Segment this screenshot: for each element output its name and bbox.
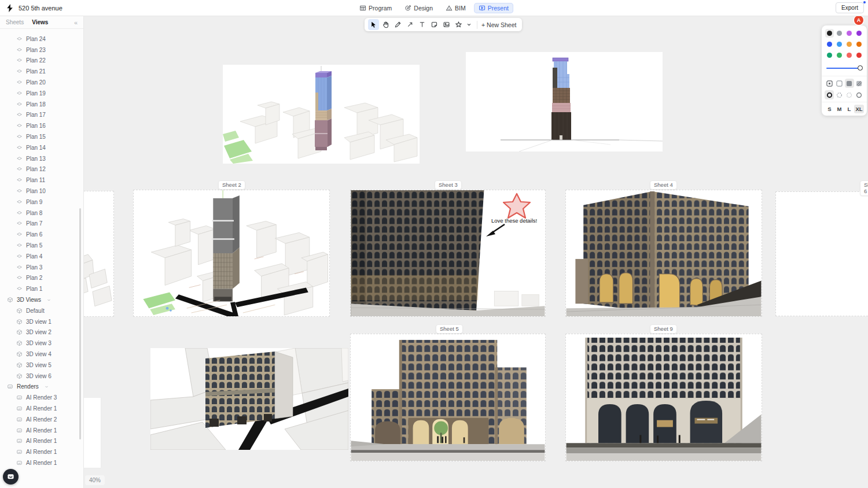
color-swatch[interactable] [845,29,854,38]
sheet-label[interactable]: Sheet 6 [860,180,868,196]
ring-bold-option[interactable] [825,90,834,99]
ring-dotted-option[interactable] [845,90,854,99]
sidebar-item-plan-3[interactable]: Plan 3 [0,262,83,273]
tab-present[interactable]: Present [474,3,513,13]
image-elevation[interactable] [466,52,663,151]
size-m[interactable]: M [834,105,844,113]
sidebar-item-plan-22[interactable]: Plan 22 [0,56,83,66]
sidebar-item-plan-20[interactable]: Plan 20 [0,77,83,88]
slider-track[interactable] [826,68,862,69]
tab-design[interactable]: Design [400,3,437,13]
slider-knob[interactable] [858,65,863,71]
sheet-4[interactable] [565,190,762,317]
sidebar-item-plan-13[interactable]: Plan 13 [0,153,83,164]
sidebar-item-3d-view-2[interactable]: 3D view 2 [0,327,83,338]
sidebar-item-plan-6[interactable]: Plan 6 [0,229,83,240]
sidebar-item-plan-5[interactable]: Plan 5 [0,240,83,251]
sidebar-item-plan-4[interactable]: Plan 4 [0,251,83,262]
sheet-2[interactable] [133,190,330,317]
star-annotation[interactable] [500,192,534,220]
sidebar-item-plan-19[interactable]: Plan 19 [0,88,83,99]
zoom-level[interactable]: 40% [85,475,105,485]
ring-dashed-option[interactable] [834,90,844,99]
shapes-tool[interactable] [453,19,464,30]
size-xl[interactable]: XL [854,105,864,113]
arrow-tool[interactable] [404,19,415,30]
color-swatch[interactable] [845,40,854,49]
size-s[interactable]: S [825,105,834,113]
image-3d-closeup[interactable] [150,348,348,450]
sidebar-item-plan-10[interactable]: Plan 10 [0,186,83,197]
sheet-3[interactable]: Love these details! [350,190,546,317]
color-swatch[interactable] [835,40,844,49]
sidebar-item-3d-view-5[interactable]: 3D view 5 [0,360,83,371]
fill-solid-option[interactable] [845,79,854,88]
sidebar-item-plan-14[interactable]: Plan 14 [0,142,83,153]
sheet-label[interactable]: Sheet 3 [435,180,462,190]
pen-tool[interactable] [392,19,403,30]
sidebar-item-plan-18[interactable]: Plan 18 [0,99,83,110]
sidebar-item-plan-24[interactable]: Plan 24 [0,34,83,45]
tab-bim[interactable]: BIM [441,3,470,13]
sheet-9[interactable] [565,334,762,461]
sidebar-item-3d-view-6[interactable]: 3D view 6 [0,371,83,382]
sidebar-item-plan-11[interactable]: Plan 11 [0,175,83,186]
hand-tool[interactable] [380,19,391,30]
text-tool[interactable] [417,19,428,30]
sidebar-item-3d-view-4[interactable]: 3D view 4 [0,349,83,360]
sidebar-item-plan-1[interactable]: Plan 1 [0,283,83,294]
sidebar-scrollbar[interactable] [79,208,81,439]
color-swatch[interactable] [835,51,844,60]
sidebar-item-plan-8[interactable]: Plan 8 [0,208,83,219]
sidebar-item-3d-view-1[interactable]: 3D view 1 [0,316,83,327]
sidebar-item-plan-7[interactable]: Plan 7 [0,219,83,230]
sheet-label[interactable]: Sheet 5 [436,324,463,334]
note-tool[interactable] [429,19,440,30]
new-sheet-button[interactable]: + New Sheet [481,21,518,28]
sidebar-tab-sheets[interactable]: Sheets [6,19,24,25]
size-l[interactable]: L [844,105,854,113]
color-swatch[interactable] [855,29,863,38]
tab-program[interactable]: Program [355,3,396,13]
color-swatch[interactable] [855,40,863,49]
more-tool[interactable] [465,19,473,30]
sidebar-item-3d-view-3[interactable]: 3D view 3 [0,338,83,349]
color-swatch[interactable] [825,29,834,38]
sidebar-item-ai-render-1[interactable]: AI Render 1 [0,425,83,436]
sidebar-item-ai-render-1[interactable]: AI Render 1 [0,446,83,457]
opacity-slider[interactable] [826,65,862,71]
sheet-6[interactable] [775,191,868,316]
sidebar-item-plan-9[interactable]: Plan 9 [0,197,83,208]
color-swatch[interactable] [845,51,854,60]
select-tool[interactable] [368,19,379,30]
sidebar-tab-views[interactable]: Views [32,19,48,25]
sidebar-section-renders[interactable]: Renders [0,382,83,393]
sidebar-item-ai-render-3[interactable]: AI Render 3 [0,392,83,403]
color-swatch[interactable] [825,40,834,49]
sidebar-item-plan-16[interactable]: Plan 16 [0,120,83,131]
collapse-sidebar-icon[interactable]: « [74,19,78,26]
sheet-label[interactable]: Sheet 4 [650,180,677,190]
chat-button[interactable] [3,469,19,485]
sidebar-item-default[interactable]: Default [0,305,83,316]
fill-pattern-option[interactable] [855,79,864,88]
fill-dot-option[interactable] [825,79,834,88]
sheet-label[interactable]: Sheet 9 [650,324,677,334]
annotation-arrow[interactable] [484,222,508,238]
sheet-label[interactable]: Sheet 2 [218,180,245,190]
fill-outline-option[interactable] [834,79,844,88]
sidebar-item-plan-23[interactable]: Plan 23 [0,45,83,56]
sidebar-item-plan-12[interactable]: Plan 12 [0,164,83,175]
image-3d-city-colored[interactable] [223,65,420,164]
sidebar-item-ai-render-1[interactable]: AI Render 1 [0,403,83,414]
sidebar-item-ai-render-1[interactable]: AI Render 1 [0,435,83,446]
canvas[interactable]: Sheet 2 [84,16,868,488]
ring-thin-option[interactable] [855,90,864,99]
avatar[interactable]: A [854,16,863,25]
export-button[interactable]: Export [836,2,864,13]
sidebar-item-ai-render-2[interactable]: AI Render 2 [0,414,83,425]
sidebar-item-plan-17[interactable]: Plan 17 [0,110,83,121]
sidebar-item-plan-15[interactable]: Plan 15 [0,131,83,142]
color-swatch[interactable] [835,29,844,38]
document-title[interactable]: 520 5th avenue [19,5,62,12]
